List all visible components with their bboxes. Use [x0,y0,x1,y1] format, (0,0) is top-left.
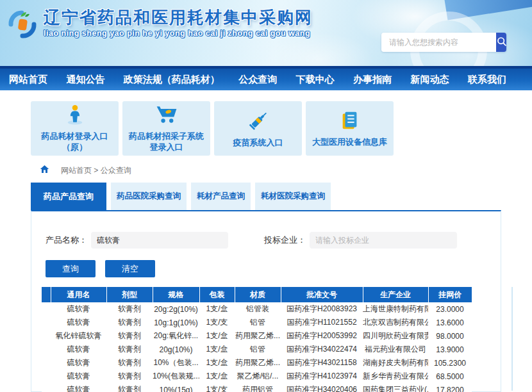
results-table: 通用名剂型规格包装材质批准文号生产企业挂网价 硫软膏软膏剂20g:2g(10%)… [42,287,472,392]
entry-card-vaccine-system[interactable]: 疫苗系统入口 [214,101,302,156]
table-cell: 软膏剂 [106,343,153,356]
table-cell: 13.6000 [428,316,472,329]
entry-cards: 药品耗材登录入口（原） 药品耗材招采子系统登录入口 [31,101,532,156]
table-cell: 硫软膏 [51,356,106,370]
table-cell: 105.2300 [428,356,472,370]
results-table-head: 通用名剂型规格包装材质批准文号生产企业挂网价 [42,287,472,302]
nav-item[interactable]: 下载中心 [296,74,335,86]
site-header: 辽宁省药品和医用耗材集中采购网 liao ning sheng yao pin … [0,0,532,66]
results-header-row: 通用名剂型规格包装材质批准文号生产企业挂网价 [42,287,472,302]
table-cell: 硫软膏 [51,370,106,383]
table-cell: 国药准字H34022474 [281,343,363,356]
table-row: 硫软膏软膏剂20g:2g(10%)1支/盒铝管装国药准字H20083923上海世… [42,302,472,316]
entry-card-label: 药品耗材登录入口（原） [36,131,113,153]
bidder-label: 投标企业： [264,234,306,246]
tab-consumable-product-query[interactable]: 耗材产品查询 [191,183,251,210]
table-row: 硫软膏软膏剂10%(包装规...1支/盒聚乙烯/铝/...国药准字H410239… [42,370,472,383]
table-cell: 国药准字H20053992 [281,329,363,343]
site-search [381,33,506,52]
entry-card-medical-equipment-db[interactable]: 大型医用设备信息库 [306,101,394,156]
table-cell: 硫软膏 [51,383,106,392]
column-header: 批准文号 [281,287,363,302]
entry-card-label: 药品耗材招采子系统登录入口 [128,131,205,153]
table-cell: 1支/盒 [199,302,235,316]
entry-card-label: 大型医用设备信息库 [312,137,387,148]
table-cell: 软膏剂 [106,316,153,329]
table-cell: 药用聚乙烯... [235,329,281,343]
table-cell: 20g:2g(10%) [153,302,199,316]
table-cell: 23.0000 [428,302,472,316]
table-cell: 国药准字H11021552 [281,316,363,329]
table-cell: 软膏剂 [106,329,153,343]
home-icon[interactable] [40,165,49,176]
nav-item[interactable]: 办事指南 [353,74,392,86]
entry-card-label: 疫苗系统入口 [233,138,283,149]
table-scrollbar[interactable] [511,287,513,391]
results-table-body: 硫软膏软膏剂20g:2g(10%)1支/盒铝管装国药准字H20083923上海世… [42,302,472,392]
nav-item[interactable]: 新闻动态 [411,74,449,86]
table-cell: 1支/支 [199,316,235,329]
query-button[interactable]: 查询 [46,260,96,277]
table-cell [42,383,51,392]
tab-consumable-hospital-purchase-query[interactable]: 耗材医院采购查询 [255,183,331,210]
table-cell: 1支/盒 [199,370,235,383]
syringe-icon [247,109,270,135]
table-cell: 北京双吉制药有限公司 [363,316,428,329]
table-row: 氧化锌硫软膏软膏剂20g:氧化锌...1支/盒药用聚乙烯...国药准字H2005… [42,329,472,343]
table-cell: 新乡华青药业有限公司 [363,370,428,383]
table-cell: 软膏剂 [106,302,153,316]
query-buttons: 查询 清空 [46,260,501,277]
table-cell: 10%(15g) [153,383,199,392]
table-cell: 聚乙烯/铝/... [235,370,281,383]
table-cell: 硫软膏 [51,316,106,329]
nav-item[interactable]: 联系我们 [468,74,506,86]
table-cell: 1支/盒 [199,343,235,356]
entry-card-drug-login[interactable]: 药品耗材登录入口（原） [31,101,119,156]
table-cell: 软膏剂 [106,383,153,392]
table-cell: 福元药业有限公司 [363,343,428,356]
table-cell: 68.5000 [428,370,472,383]
documents-icon [339,110,361,134]
column-header: 包装 [199,287,235,302]
nav-item[interactable]: 网站首页 [9,74,47,86]
column-header: 材质 [235,287,281,302]
breadcrumb-path: 网站首页 > 公众查询 [61,165,131,176]
tab-drug-product-query[interactable]: 药品产品查询 [31,183,106,210]
table-cell [42,343,51,356]
table-row: 硫软膏软膏剂10%(15g)1支/支药用铝管国药准字H34020406国药集团三… [42,383,472,392]
table-cell: 铝管装 [235,302,281,316]
table-cell: 20g:氧化锌... [153,329,199,343]
table-cell [42,356,51,370]
column-header: 挂网价 [428,287,472,302]
search-icon [496,36,506,49]
search-button[interactable] [496,33,506,52]
table-row: 硫软膏软膏剂20g(10%)1支/盒铝管国药准字H34022474福元药业有限公… [42,343,472,356]
table-cell: 硫软膏 [51,302,106,316]
table-cell: 湖南好皮夫制药有限... [363,356,428,370]
search-input[interactable] [381,33,496,52]
table-cell: 软膏剂 [106,370,153,383]
table-cell [42,316,51,329]
results-table-wrap: 通用名剂型规格包装材质批准文号生产企业挂网价 硫软膏软膏剂20g:2g(10%)… [42,287,501,392]
table-cell: 铝管 [235,343,281,356]
nav-item[interactable]: 公众查询 [238,74,277,86]
table-cell: 1支/盒 [199,356,235,370]
column-header: 生产企业 [363,287,428,302]
table-cell: 1支/支 [199,383,235,392]
clear-button[interactable]: 清空 [105,260,155,277]
nav-item[interactable]: 通知公告 [66,74,104,86]
column-header: 通用名 [51,287,106,302]
nav-item[interactable]: 政策法规（药品耗材） [124,74,220,86]
table-cell: 13.9000 [428,343,472,356]
table-cell [42,329,51,343]
tab-drug-hospital-purchase-query[interactable]: 药品医院采购查询 [111,183,187,210]
entry-card-procurement-subsystem[interactable]: 药品耗材招采子系统登录入口 [122,101,210,156]
column-header [42,287,51,302]
table-cell: 10g:1g(10%) [153,316,199,329]
table-cell: 国药准字H34020406 [281,383,363,392]
product-name-input[interactable] [91,232,228,249]
query-panel: 产品名称： 投标企业： 查询 清空 通用名剂型规格包装材质批准文号生产企业挂网价… [31,210,501,392]
product-name-label: 产品名称： [46,234,87,246]
bidder-input[interactable] [310,232,457,249]
table-cell: 软膏剂 [106,356,153,370]
